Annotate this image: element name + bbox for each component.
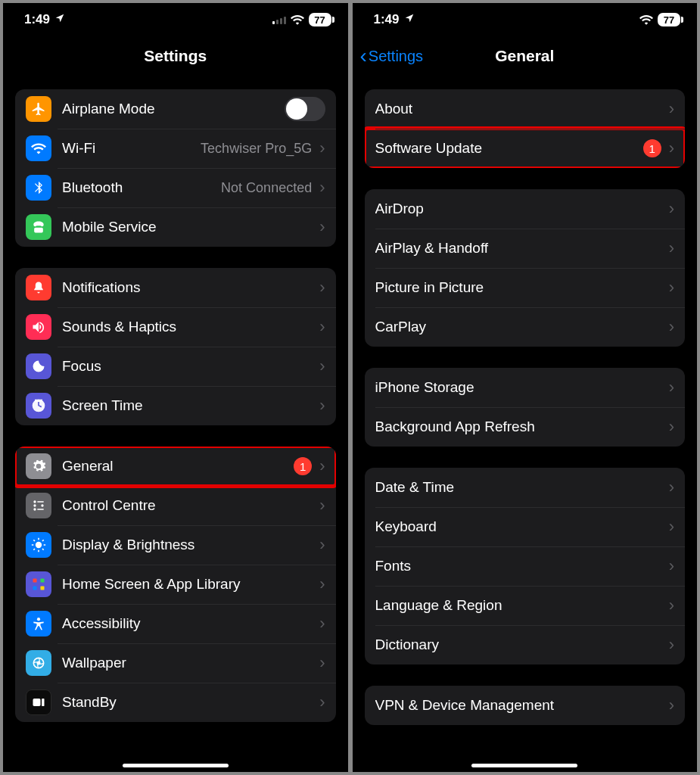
row-label: Keyboard	[375, 518, 666, 535]
general-content[interactable]: About›Software Update1›AirDrop›AirPlay &…	[353, 76, 698, 772]
nav-header: ‹ Settings General	[353, 36, 698, 76]
row-storage[interactable]: iPhone Storage›	[365, 368, 686, 407]
row-general[interactable]: General1›	[15, 447, 336, 486]
chevron-right-icon: ›	[319, 396, 325, 416]
row-datetime[interactable]: Date & Time›	[365, 468, 686, 507]
row-mobile[interactable]: Mobile Service›	[15, 207, 336, 247]
row-airplay[interactable]: AirPlay & Handoff›	[365, 229, 686, 268]
home-indicator[interactable]	[123, 764, 229, 767]
row-label: Accessibility	[62, 615, 316, 632]
cellular-signal-icon	[272, 16, 286, 24]
row-label: Sounds & Haptics	[62, 319, 316, 335]
mobile-icon	[26, 214, 51, 240]
chevron-right-icon: ›	[319, 317, 325, 337]
back-button[interactable]: ‹ Settings	[360, 45, 424, 67]
svg-rect-8	[33, 699, 41, 706]
chevron-right-icon: ›	[669, 478, 674, 497]
chevron-right-icon: ›	[319, 535, 325, 555]
row-label: Focus	[62, 358, 316, 375]
settings-group: VPN & Device Management›	[365, 686, 686, 725]
focus-icon	[26, 353, 51, 379]
wifi-icon	[639, 14, 653, 25]
toggle-airplane[interactable]	[285, 97, 325, 121]
chevron-right-icon: ›	[319, 614, 325, 633]
row-display[interactable]: Display & Brightness›	[15, 525, 336, 565]
row-home[interactable]: Home Screen & App Library›	[15, 565, 336, 604]
row-software[interactable]: Software Update1›	[365, 129, 686, 168]
chevron-right-icon: ›	[669, 99, 674, 119]
status-bar: 1:49 77	[3, 3, 348, 36]
row-pip[interactable]: Picture in Picture›	[365, 268, 686, 307]
row-airplane[interactable]: Airplane Mode	[15, 89, 336, 129]
row-wallpaper[interactable]: Wallpaper›	[15, 643, 336, 683]
status-time: 1:49	[24, 12, 50, 27]
row-label: Screen Time	[62, 397, 316, 414]
chevron-right-icon: ›	[319, 496, 325, 515]
settings-content[interactable]: Airplane ModeWi-FiTechwiser Pro_5G›Bluet…	[3, 76, 348, 772]
chevron-right-icon: ›	[669, 417, 674, 437]
row-accessibility[interactable]: Accessibility›	[15, 604, 336, 643]
settings-group: iPhone Storage›Background App Refresh›	[365, 368, 686, 447]
display-icon	[26, 532, 51, 558]
chevron-right-icon: ›	[319, 574, 325, 594]
chevron-right-icon: ›	[319, 356, 325, 376]
chevron-right-icon: ›	[669, 378, 674, 397]
chevron-right-icon: ›	[669, 139, 674, 158]
location-icon	[404, 12, 415, 27]
row-label: iPhone Storage	[375, 379, 666, 396]
chevron-right-icon: ›	[669, 517, 674, 537]
row-screentime[interactable]: Screen Time›	[15, 386, 336, 425]
chevron-right-icon: ›	[319, 178, 325, 198]
row-label: Dictionary	[375, 636, 666, 653]
chevron-right-icon: ›	[669, 199, 674, 219]
chevron-right-icon: ›	[319, 456, 325, 476]
chevron-right-icon: ›	[669, 278, 674, 297]
chevron-right-icon: ›	[669, 635, 674, 655]
row-label: Airplane Mode	[62, 101, 285, 117]
row-label: AirDrop	[375, 201, 666, 217]
row-carplay[interactable]: CarPlay›	[365, 307, 686, 347]
row-label: Wallpaper	[62, 655, 316, 671]
row-focus[interactable]: Focus›	[15, 347, 336, 386]
chevron-right-icon: ›	[319, 653, 325, 673]
row-fonts[interactable]: Fonts›	[365, 546, 686, 586]
row-bgrefresh[interactable]: Background App Refresh›	[365, 407, 686, 447]
badge: 1	[643, 139, 661, 157]
nav-header: Settings	[3, 36, 348, 76]
row-bluetooth[interactable]: BluetoothNot Connected›	[15, 168, 336, 207]
wifi-icon	[291, 14, 304, 25]
chevron-right-icon: ›	[319, 693, 325, 712]
row-label: Date & Time	[375, 479, 666, 496]
row-vpn[interactable]: VPN & Device Management›	[365, 686, 686, 725]
home-indicator[interactable]	[471, 764, 577, 767]
row-keyboard[interactable]: Keyboard›	[365, 507, 686, 546]
row-standby[interactable]: StandBy›	[15, 683, 336, 722]
general-icon	[26, 453, 51, 479]
row-wifi[interactable]: Wi-FiTechwiser Pro_5G›	[15, 129, 336, 168]
settings-group: General1›Control Centre›Display & Bright…	[15, 447, 336, 722]
row-dictionary[interactable]: Dictionary›	[365, 625, 686, 665]
row-label: StandBy	[62, 694, 316, 711]
row-label: Fonts	[375, 558, 666, 574]
svg-rect-9	[42, 699, 44, 706]
settings-group: AirDrop›AirPlay & Handoff›Picture in Pic…	[365, 189, 686, 347]
row-label: Notifications	[62, 279, 316, 296]
row-label: General	[62, 458, 294, 475]
row-label: Home Screen & App Library	[62, 576, 316, 593]
wallpaper-icon	[26, 650, 51, 676]
svg-rect-2	[41, 579, 45, 583]
row-label: Software Update	[375, 140, 643, 157]
settings-group: About›Software Update1›	[365, 89, 686, 168]
row-notifications[interactable]: Notifications›	[15, 268, 336, 307]
row-detail: Not Connected	[221, 180, 312, 196]
row-about[interactable]: About›	[365, 89, 686, 129]
svg-point-0	[36, 542, 42, 548]
row-sounds[interactable]: Sounds & Haptics›	[15, 307, 336, 347]
battery-indicator: 77	[658, 13, 680, 26]
phone-general: 1:49 77 ‹ Settings General About›Softwar…	[353, 3, 698, 772]
home-icon	[26, 571, 51, 597]
row-language[interactable]: Language & Region›	[365, 586, 686, 625]
row-airdrop[interactable]: AirDrop›	[365, 189, 686, 229]
bluetooth-icon	[26, 175, 51, 201]
row-control[interactable]: Control Centre›	[15, 486, 336, 525]
